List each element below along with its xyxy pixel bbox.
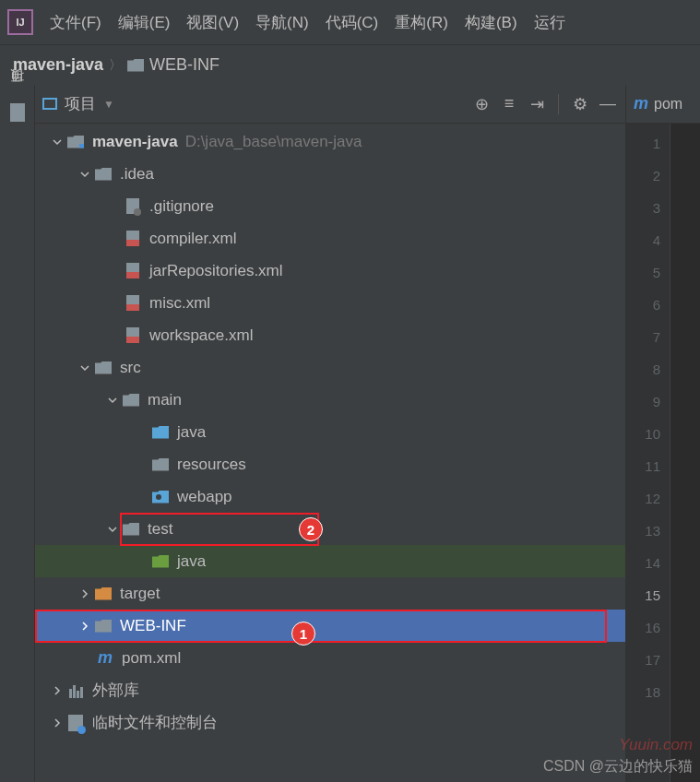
tree-item[interactable]: misc.xml [35,287,625,319]
tree-item[interactable]: java [35,416,625,448]
line-number: 2 [626,160,670,192]
tree-label: WEB-INF [120,617,186,635]
tree-label: src [120,359,141,377]
tree-label: workspace.xml [149,326,253,345]
tool-sidebar: 项目 [0,85,35,782]
folder-icon [122,522,140,537]
gear-icon[interactable]: ⚙ [570,94,590,114]
tree-label: target [120,585,160,603]
line-number: 3 [626,192,670,224]
panel-header: 项目 ▼ ⊕ ≡ ⇥ ⚙ — [35,85,625,124]
line-number: 7 [626,321,670,353]
menu-run[interactable]: 运行 [534,12,565,33]
line-number: 9 [626,385,670,418]
line-number: 16 [626,611,670,644]
menu-file[interactable]: 文件(F) [50,12,101,33]
line-number: 4 [626,224,670,256]
tree-item[interactable]: compiler.xml [35,222,625,255]
collapse-icon[interactable]: ⇥ [527,94,547,114]
editor-tab-label: pom [654,96,682,113]
tree-label: compiler.xml [149,230,236,248]
chevron-right-icon[interactable] [52,685,63,696]
tree-item[interactable]: java [35,545,625,577]
project-panel: 项目 ▼ ⊕ ≡ ⇥ ⚙ — maven-java D:\java_base\m… [35,85,626,782]
menu-edit[interactable]: 编辑(E) [118,12,171,33]
line-number: 10 [626,418,670,450]
menu-navigate[interactable]: 导航(N) [255,12,309,33]
menu-bar: 文件(F) 编辑(E) 视图(V) 导航(N) 代码(C) 重构(R) 构建(B… [0,0,700,44]
chevron-down-icon[interactable] [52,136,63,148]
menu-code[interactable]: 代码(C) [326,12,379,33]
expand-icon[interactable]: ≡ [499,94,519,114]
tree-item[interactable]: mpom.xml [35,642,625,674]
module-folder-icon [66,135,85,149]
target-icon[interactable]: ⊕ [471,94,492,114]
chevron-right-icon[interactable] [79,621,90,632]
source-folder-icon [151,425,170,440]
web-folder-icon [151,490,170,504]
excluded-folder-icon [94,586,113,601]
dropdown-icon[interactable]: ▼ [103,98,114,111]
chevron-right-icon[interactable] [79,588,90,599]
folder-icon [122,393,140,408]
line-number: 8 [626,353,670,385]
menu-build[interactable]: 构建(B) [465,12,517,33]
test-folder-icon [151,554,170,569]
project-tree: maven-java D:\java_base\maven-java .idea… [35,124,625,782]
editor-tab[interactable]: m pom [626,85,700,124]
tree-item[interactable]: target [35,577,625,610]
chevron-down-icon[interactable] [79,362,90,373]
tree-label: jarRepositories.xml [149,262,283,280]
chevron-down-icon[interactable] [79,169,90,180]
tree-item[interactable]: src [35,351,625,384]
tree-item[interactable]: workspace.xml [35,319,625,351]
line-number: 15 [626,579,670,611]
tree-item[interactable]: 外部库 [35,674,625,706]
tree-label: 外部库 [92,680,139,701]
chevron-right-icon[interactable] [52,717,63,729]
tree-path: D:\java_base\maven-java [185,133,362,151]
tree-label: java [177,423,206,442]
tree-label: main [148,391,182,409]
tree-item[interactable]: test [35,513,625,545]
library-icon [66,683,85,698]
sidebar-structure-icon[interactable] [10,103,25,122]
tree-item[interactable]: .gitignore [35,190,625,222]
line-number: 13 [626,515,670,547]
xml-file-icon [124,296,142,311]
minimize-icon[interactable]: — [598,94,618,114]
panel-title[interactable]: 项目 [65,93,96,114]
line-number: 1 [626,127,670,160]
tree-item-webapp[interactable]: webapp [35,480,625,513]
chevron-down-icon[interactable] [107,395,118,406]
tree-item[interactable]: resources [35,448,625,480]
tree-item[interactable]: .idea [35,158,625,190]
scratch-icon [66,716,85,730]
tree-item[interactable]: jarRepositories.xml [35,255,625,287]
breadcrumb-root[interactable]: maven-java [13,55,103,75]
separator [558,94,559,114]
folder-icon [94,619,113,634]
tree-item-webinf[interactable]: WEB-INF [35,610,625,642]
tree-label: resources [177,456,246,474]
editor-body[interactable] [670,124,700,782]
tree-label: maven-java [92,133,178,151]
chevron-down-icon[interactable] [107,524,118,535]
tree-item[interactable]: main [35,384,625,416]
line-number: 5 [626,256,670,289]
tree-label: java [177,552,206,571]
breadcrumb-current[interactable]: WEB-INF [149,55,219,75]
tree-label: .gitignore [149,197,214,216]
line-number: 12 [626,482,670,515]
tree-label: test [148,520,172,539]
editor: m pom 1 2 3 4 5 6 7 8 9 10 11 12 13 [626,85,700,782]
tree-root[interactable]: maven-java D:\java_base\maven-java [35,125,625,158]
app-logo-icon [7,9,33,35]
tree-item[interactable]: 临时文件和控制台 [35,706,625,739]
menu-view[interactable]: 视图(V) [186,12,239,33]
navigation-bar: maven-java 〉 WEB-INF [0,44,700,85]
tree-label: pom.xml [122,649,181,668]
line-number: 11 [626,450,670,482]
folder-icon [94,167,113,182]
menu-refactor[interactable]: 重构(R) [395,12,448,33]
